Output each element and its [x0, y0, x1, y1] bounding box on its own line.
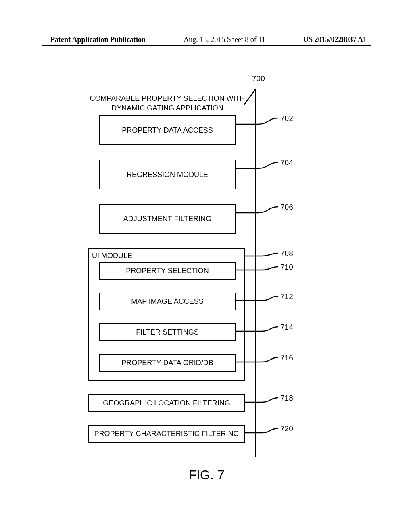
block-720: PROPERTY CHARACTERISTIC FILTERING	[88, 425, 245, 443]
label-700: 700	[252, 74, 265, 83]
label-714: 714	[280, 323, 293, 332]
label-708: 708	[280, 249, 293, 258]
header-left: Patent Application Publication	[50, 35, 146, 44]
label-718: 718	[280, 394, 293, 403]
label-720: 720	[280, 424, 293, 433]
main-title-line1: COMPARABLE PROPERTY SELECTION WITH	[90, 94, 245, 102]
block-704: REGRESSION MODULE	[99, 160, 236, 189]
header-divider	[42, 45, 371, 46]
header-center: Aug. 13, 2015 Sheet 8 of 11	[184, 35, 265, 44]
block-706-label: ADJUSTMENT FILTERING	[123, 215, 211, 223]
label-712: 712	[280, 292, 293, 301]
main-title: COMPARABLE PROPERTY SELECTION WITH DYNAM…	[79, 94, 255, 113]
block-714-label: FILTER SETTINGS	[136, 328, 199, 337]
block-710-label: PROPERTY SELECTION	[126, 267, 209, 275]
label-710: 710	[280, 263, 293, 272]
label-706: 706	[280, 203, 293, 212]
block-702: PROPERTY DATA ACCESS	[99, 115, 236, 145]
label-702: 702	[280, 114, 293, 123]
main-title-line2: DYNAMIC GATING APPLICATION	[111, 104, 223, 112]
block-720-label: PROPERTY CHARACTERISTIC FILTERING	[94, 430, 239, 438]
block-706: ADJUSTMENT FILTERING	[99, 204, 236, 234]
block-704-label: REGRESSION MODULE	[127, 170, 208, 179]
figure-caption: FIG. 7	[0, 468, 413, 482]
header-right: US 2015/0228037 A1	[303, 35, 367, 44]
block-718: GEOGRAPHIC LOCATION FILTERING	[88, 394, 245, 412]
block-716-label: PROPERTY DATA GRID/DB	[121, 359, 213, 367]
page-header: Patent Application Publication Aug. 13, …	[0, 35, 413, 44]
block-710: PROPERTY SELECTION	[99, 262, 236, 280]
diagram: COMPARABLE PROPERTY SELECTION WITH DYNAM…	[71, 73, 361, 476]
block-702-label: PROPERTY DATA ACCESS	[122, 126, 213, 135]
block-708-label: UI MODULE	[92, 251, 132, 260]
label-716: 716	[280, 353, 293, 362]
block-712: MAP IMAGE ACCESS	[99, 293, 236, 310]
block-714: FILTER SETTINGS	[99, 323, 236, 341]
label-704: 704	[280, 158, 293, 167]
block-712-label: MAP IMAGE ACCESS	[131, 297, 204, 306]
block-718-label: GEOGRAPHIC LOCATION FILTERING	[103, 399, 230, 407]
block-716: PROPERTY DATA GRID/DB	[99, 354, 236, 372]
